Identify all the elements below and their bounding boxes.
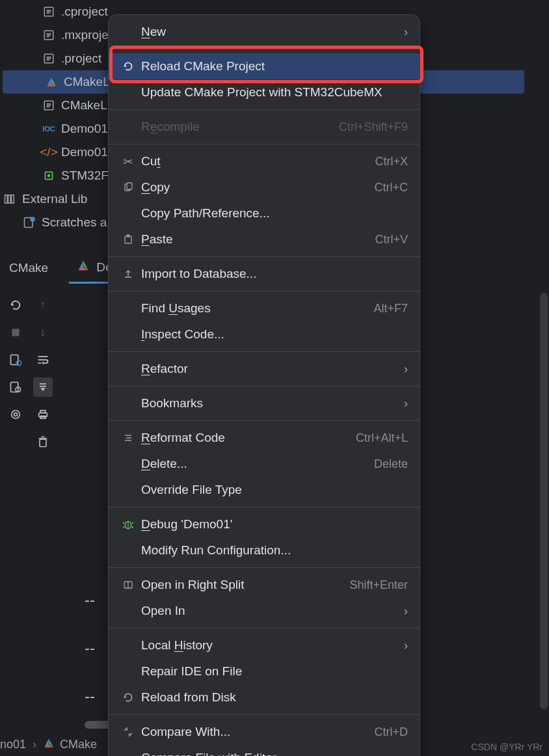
menu-copy-path[interactable]: Copy Path/Reference... bbox=[109, 200, 420, 226]
menu-reformat[interactable]: Reformat Code Ctrl+Alt+L bbox=[109, 425, 420, 451]
print-icon[interactable] bbox=[33, 405, 53, 424]
menu-cut[interactable]: ✂ Cut Ctrl+X bbox=[109, 148, 420, 174]
chevron-right-icon: › bbox=[404, 25, 408, 39]
menu-find-usages[interactable]: Find Usages Alt+F7 bbox=[109, 295, 420, 321]
trash-icon[interactable] bbox=[33, 432, 53, 452]
menu-separator bbox=[109, 291, 420, 291]
tab-cmake[interactable]: CMake bbox=[1, 252, 56, 284]
chevron-right-icon: › bbox=[33, 738, 36, 751]
menu-recompile: Recompile Ctrl+Shift+F9 bbox=[109, 114, 420, 140]
menu-override-filetype[interactable]: Override File Type bbox=[109, 477, 420, 503]
menu-paste[interactable]: Paste Ctrl+V bbox=[109, 226, 420, 252]
compare-icon bbox=[120, 727, 136, 737]
cut-icon: ✂ bbox=[120, 154, 136, 169]
menu-separator bbox=[109, 714, 420, 715]
upload-icon bbox=[120, 269, 136, 279]
arrow-up-icon[interactable]: ↑ bbox=[33, 295, 53, 315]
svg-marker-41 bbox=[40, 388, 46, 391]
menu-shortcut: Ctrl+Alt+L bbox=[356, 431, 408, 445]
svg-point-37 bbox=[14, 413, 18, 416]
svg-point-26 bbox=[30, 217, 35, 222]
crumb-item[interactable]: CMake bbox=[43, 737, 97, 752]
tree-item-label: CMakeL bbox=[64, 75, 110, 89]
cmake-icon bbox=[44, 75, 59, 89]
code-icon: </> bbox=[42, 145, 56, 159]
svg-point-21 bbox=[47, 174, 51, 178]
tree-item-label: STM32F bbox=[61, 169, 109, 183]
svg-rect-22 bbox=[5, 195, 8, 204]
menu-label: Reload CMake Project bbox=[141, 59, 408, 74]
menu-import-database[interactable]: Import to Database... bbox=[109, 261, 420, 287]
menu-repair-ide[interactable]: Repair IDE on File bbox=[109, 658, 420, 684]
menu-label: Override File Type bbox=[141, 483, 408, 497]
menu-update-cmake[interactable]: Update CMake Project with STM32CubeMX bbox=[109, 79, 420, 105]
menu-label: Import to Database... bbox=[141, 267, 408, 281]
tab-label: CMake bbox=[9, 261, 48, 275]
menu-shortcut: Ctrl+X bbox=[375, 155, 408, 169]
menu-shortcut: Ctrl+C bbox=[374, 181, 408, 195]
menu-new[interactable]: New › bbox=[109, 19, 420, 45]
menu-reload-cmake[interactable]: Reload CMake Project bbox=[109, 53, 420, 79]
menu-label: Open in Right Split bbox=[141, 578, 349, 592]
menu-shortcut: Ctrl+V bbox=[375, 233, 408, 247]
menu-modify-run-config[interactable]: Modify Run Configuration... bbox=[109, 537, 420, 563]
reload-icon[interactable] bbox=[6, 295, 25, 315]
vertical-scrollbar-thumb[interactable] bbox=[540, 293, 548, 709]
menu-open-right-split[interactable]: Open in Right Split Shift+Enter bbox=[109, 572, 420, 598]
menu-copy[interactable]: Copy Ctrl+C bbox=[109, 174, 420, 200]
chevron-right-icon: › bbox=[404, 362, 408, 376]
chevron-right-icon: › bbox=[404, 397, 408, 411]
menu-open-in[interactable]: Open In › bbox=[109, 598, 420, 624]
svg-rect-23 bbox=[8, 195, 11, 204]
svg-line-63 bbox=[132, 526, 133, 528]
file-lines-icon bbox=[42, 98, 56, 113]
output-text: -- bbox=[85, 591, 100, 608]
menu-separator bbox=[109, 49, 420, 49]
menu-label: Reload from Disk bbox=[141, 690, 408, 705]
file-gear-icon[interactable] bbox=[6, 350, 25, 370]
tree-item-label: .project bbox=[61, 51, 101, 66]
menu-bookmarks[interactable]: Bookmarks › bbox=[109, 390, 420, 416]
breadcrumb: no01 › CMake bbox=[0, 737, 97, 752]
menu-local-history[interactable]: Local History › bbox=[109, 632, 420, 658]
menu-debug[interactable]: Debug 'Demo01' bbox=[109, 511, 420, 537]
file-search-icon[interactable] bbox=[6, 377, 25, 397]
menu-label: Open In bbox=[141, 604, 404, 618]
menu-compare-with[interactable]: Compare With... Ctrl+D bbox=[109, 719, 420, 745]
stop-icon[interactable] bbox=[6, 323, 25, 342]
chevron-right-icon: › bbox=[404, 604, 408, 618]
menu-shortcut: Delete bbox=[374, 457, 408, 471]
chevron-right-icon: › bbox=[404, 639, 408, 653]
reformat-icon bbox=[120, 433, 136, 443]
svg-marker-38 bbox=[42, 362, 44, 365]
menu-label: Update CMake Project with STM32CubeMX bbox=[141, 85, 408, 100]
tool-window-tabs: CMake De bbox=[0, 252, 120, 284]
file-lines-icon bbox=[42, 28, 56, 42]
watermark: CSDN @YRr YRr bbox=[471, 742, 542, 752]
menu-label: Repair IDE on File bbox=[141, 664, 408, 679]
wrap-icon[interactable] bbox=[33, 350, 53, 370]
arrow-down-icon[interactable]: ↓ bbox=[33, 323, 53, 342]
menu-separator bbox=[109, 507, 420, 507]
menu-shortcut: Ctrl+D bbox=[374, 725, 408, 739]
menu-refactor[interactable]: Refactor › bbox=[109, 356, 420, 382]
menu-separator bbox=[109, 144, 420, 144]
menu-separator bbox=[109, 109, 420, 110]
menu-compare-file-editor[interactable]: Compare File with Editor bbox=[109, 745, 420, 756]
stm-icon bbox=[42, 169, 56, 183]
svg-point-33 bbox=[16, 360, 21, 366]
paste-icon bbox=[120, 234, 136, 245]
cmake-icon bbox=[43, 737, 55, 752]
menu-reload-from-disk[interactable]: Reload from Disk bbox=[109, 684, 420, 710]
menu-separator bbox=[109, 351, 420, 352]
crumb-item[interactable]: no01 bbox=[0, 738, 26, 751]
tree-item-label: Scratches a bbox=[42, 215, 107, 230]
tree-item-label: Demo01 bbox=[61, 145, 108, 159]
menu-inspect-code[interactable]: Inspect Code... bbox=[109, 321, 420, 347]
svg-rect-31 bbox=[12, 329, 19, 336]
svg-rect-50 bbox=[127, 183, 132, 189]
settings-icon[interactable] bbox=[6, 405, 25, 424]
menu-separator bbox=[109, 567, 420, 568]
scroll-end-icon[interactable] bbox=[33, 377, 53, 397]
menu-delete[interactable]: Delete... Delete bbox=[109, 451, 420, 477]
